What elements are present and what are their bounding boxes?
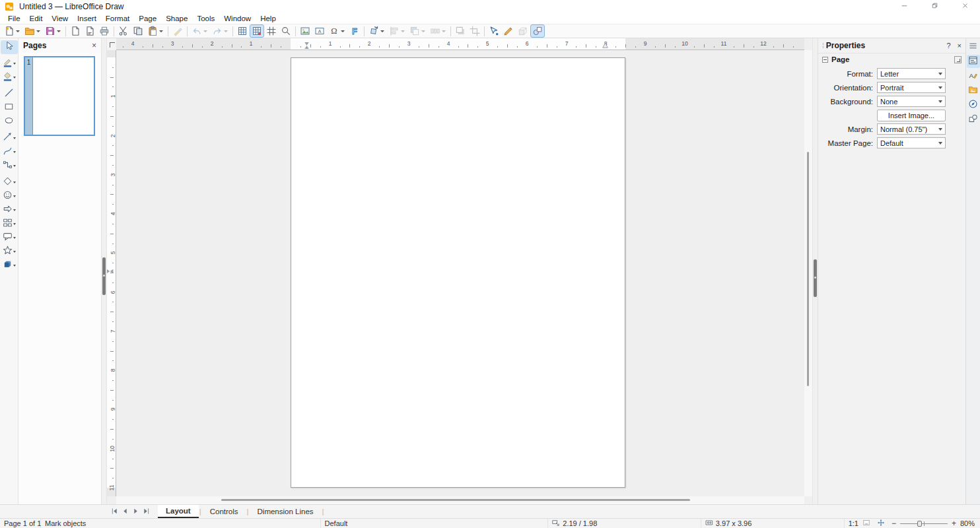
menu-help[interactable]: Help [256,13,281,24]
horizontal-scrollbar[interactable] [116,496,804,504]
dropdown-caret[interactable] [442,30,446,32]
nav-last-button[interactable] [141,506,151,517]
export-button[interactable] [68,24,83,38]
ruler-hourglass-marker[interactable] [107,269,116,275]
zoom-in-button[interactable]: + [952,520,956,527]
save-button[interactable] [43,24,63,38]
dropdown-caret[interactable] [16,30,20,32]
sidebar-settings-tab[interactable] [967,40,980,53]
close-icon[interactable]: × [958,42,962,50]
insert-fontwork-button[interactable]: F [347,24,362,38]
snap-to-grid-button[interactable] [250,24,264,38]
maximize-restore-button[interactable] [919,0,950,13]
splitter-handle[interactable] [102,257,106,295]
3d-objects-tool[interactable] [1,259,18,273]
zoom-out-button[interactable]: − [892,520,896,527]
navigator-deck-tab[interactable] [967,98,980,112]
print-button[interactable] [97,24,112,38]
background-select[interactable]: None [877,96,946,107]
fit-page-icon[interactable] [877,519,888,528]
ruler-hourglass-marker[interactable] [304,40,310,50]
dropdown-caret[interactable] [13,182,16,183]
masterpage-select[interactable]: Default [877,137,946,148]
basic-shapes-tool[interactable] [1,176,18,189]
rectangle-tool[interactable] [1,101,18,115]
block-arrows-tool[interactable] [1,203,18,217]
splitter-handle[interactable] [814,259,817,297]
dropdown-caret[interactable] [401,30,405,32]
pages-list[interactable]: 1 [18,53,101,504]
dropdown-caret[interactable] [13,265,16,267]
right-panel-splitter[interactable] [812,38,818,504]
horizontal-scrollbar-thumb[interactable] [221,499,690,501]
dropdown-caret[interactable] [36,30,40,32]
dropdown-caret[interactable] [13,195,16,197]
dropdown-caret[interactable] [13,237,16,239]
connectors-tool[interactable] [1,159,18,173]
nav-next-button[interactable] [131,506,141,517]
dropdown-caret[interactable] [57,30,61,32]
undo-button[interactable] [190,24,210,38]
nav-prev-button[interactable] [120,506,130,517]
fill-color-tool[interactable] [1,71,18,84]
page-thumbnail-1[interactable]: 1 [24,56,95,136]
copy-button[interactable] [131,24,145,38]
vertical-ruler[interactable]: 1234567891011 [107,50,116,496]
menu-window[interactable]: Window [219,13,256,24]
dropdown-caret[interactable] [13,137,16,139]
dropdown-caret[interactable] [159,30,163,32]
menu-page[interactable]: Page [134,13,161,24]
format-select[interactable]: Letter [877,68,946,79]
toggle-extrusion-button[interactable] [516,24,530,38]
show-draw-functions-button[interactable] [530,24,545,38]
lines-and-arrows-tool[interactable] [1,131,18,145]
cut-button[interactable] [116,24,131,38]
page-sheet[interactable] [291,57,625,488]
arrange-button[interactable] [407,24,428,38]
insert-image-button[interactable]: Insert Image... [877,110,946,121]
left-panel-splitter[interactable] [102,38,107,504]
paste-button[interactable] [145,24,166,38]
ellipse-tool[interactable] [1,115,18,129]
menu-file[interactable]: File [3,13,25,24]
collapse-icon[interactable] [822,57,828,63]
dropdown-caret[interactable] [13,251,16,253]
helplines-while-moving-button[interactable] [264,24,279,38]
ruler-triangle-marker[interactable] [602,40,608,50]
dropdown-caret[interactable] [13,151,16,153]
statusbar-page-style[interactable]: Default [321,519,549,528]
open-folder-button[interactable] [22,24,43,38]
minimize-button[interactable] [889,0,919,13]
shadow-button[interactable] [453,24,468,38]
help-icon[interactable]: ? [946,42,950,50]
layer-tab-controls[interactable]: Controls [202,505,246,518]
margin-select[interactable]: Normal (0.75") [877,123,946,135]
zoom-percent-text[interactable]: 80% [960,519,975,527]
close-button[interactable] [950,0,980,13]
dropdown-caret[interactable] [421,30,425,32]
dropdown-caret[interactable] [13,209,16,211]
curves-and-polygons-tool[interactable] [1,145,18,159]
dropdown-caret[interactable] [13,223,16,225]
distribute-selection-button[interactable] [428,24,448,38]
clone-formatting-button[interactable] [170,24,185,38]
menu-edit[interactable]: Edit [25,13,48,24]
show-gluepoint-functions-button[interactable] [501,24,516,38]
insert-image-button[interactable] [298,24,312,38]
dropdown-caret[interactable] [13,63,16,65]
edit-points-button[interactable] [487,24,501,38]
zoom-ratio-text[interactable]: 1:1 [849,519,858,527]
line-color-tool[interactable] [1,57,18,71]
insert-text-box-button[interactable]: A [312,24,327,38]
new-document-button[interactable] [2,24,22,38]
drawing-canvas[interactable] [116,50,804,496]
dropdown-caret[interactable] [203,30,207,32]
properties-deck-tab[interactable] [967,55,980,68]
zoom-mode-icon[interactable] [862,519,873,528]
menu-insert[interactable]: Insert [73,13,101,24]
more-options-icon[interactable] [954,56,962,63]
nav-first-button[interactable] [110,506,120,517]
select-tool[interactable] [1,40,18,54]
flowchart-tool[interactable] [1,217,18,231]
display-grid-button[interactable] [235,24,250,38]
